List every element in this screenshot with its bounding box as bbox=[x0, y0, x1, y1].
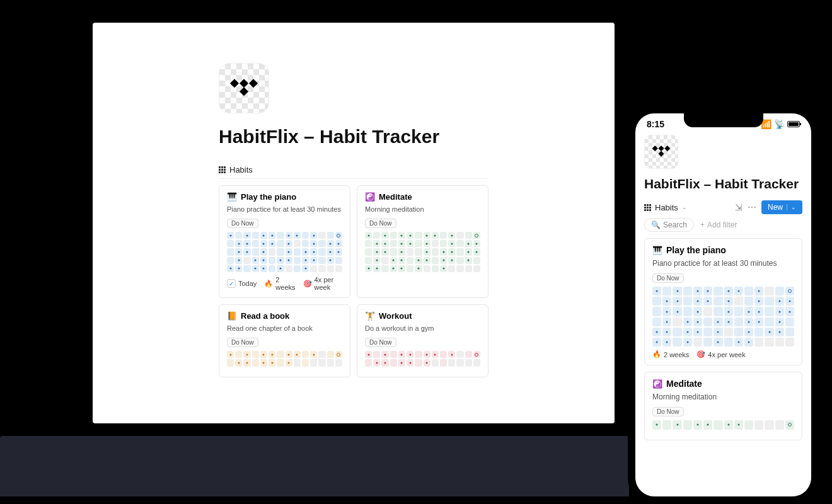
page-title: HabitFlix – Habit Tracker bbox=[219, 126, 488, 147]
habit-card-meditate[interactable]: ☯️MeditateMorning meditationDo Now bbox=[644, 372, 802, 440]
heatmap-cell bbox=[673, 287, 681, 295]
habit-icon: ☯️ bbox=[652, 379, 662, 389]
heatmap-cell bbox=[683, 318, 692, 326]
heatmap-cell bbox=[432, 232, 439, 239]
search-icon: 🔍 bbox=[651, 220, 661, 229]
habit-tags: 🔥2 weeks🎯4x per week bbox=[652, 350, 794, 358]
heatmap-cell bbox=[662, 318, 671, 326]
heatmap-cell bbox=[415, 240, 422, 247]
app-logo bbox=[219, 63, 269, 113]
heatmap-cell bbox=[252, 265, 259, 272]
expand-icon[interactable]: ⇲ bbox=[735, 202, 742, 212]
heatmap-cell bbox=[693, 287, 702, 295]
heatmap-cell bbox=[775, 328, 784, 336]
do-now-button[interactable]: Do Now bbox=[365, 219, 396, 228]
do-now-button[interactable]: Do Now bbox=[652, 407, 684, 416]
heatmap-cell bbox=[252, 248, 259, 255]
heatmap-cell bbox=[269, 359, 275, 366]
heatmap-cell bbox=[318, 248, 325, 255]
heatmap-cell bbox=[473, 359, 480, 366]
do-now-button[interactable]: Do Now bbox=[365, 338, 396, 347]
heatmap-cell bbox=[381, 359, 388, 366]
heatmap-cell bbox=[724, 420, 733, 429]
heatmap-cell bbox=[465, 257, 472, 264]
heatmap-cell bbox=[302, 359, 309, 366]
heatmap-cell bbox=[335, 248, 342, 255]
svg-rect-4 bbox=[652, 146, 658, 151]
chevron-down-icon[interactable]: ⌄ bbox=[787, 204, 796, 210]
habit-heatmap bbox=[652, 420, 794, 429]
heatmap-cell bbox=[775, 338, 784, 346]
heatmap-cell bbox=[754, 338, 763, 346]
heatmap-cell bbox=[754, 328, 763, 336]
heatmap-cell bbox=[277, 359, 284, 366]
heatmap-cell bbox=[703, 318, 712, 326]
heatmap-cell bbox=[381, 265, 388, 272]
heatmap-cell bbox=[260, 248, 267, 255]
do-now-button[interactable]: Do Now bbox=[652, 273, 684, 283]
heatmap-cell bbox=[398, 359, 405, 366]
plus-icon: + bbox=[700, 220, 705, 229]
add-filter-button[interactable]: + Add filter bbox=[700, 220, 737, 229]
view-tab-habits[interactable]: Habits ⌄ bbox=[644, 203, 687, 212]
chevron-down-icon: ⌄ bbox=[682, 204, 687, 210]
habit-card-workout[interactable]: 🏋️WorkoutDo a workout in a gymDo Now bbox=[357, 304, 488, 377]
heatmap-cell bbox=[744, 307, 753, 316]
habit-card-meditate[interactable]: ☯️MeditateMorning meditationDo Now bbox=[357, 185, 488, 298]
more-icon[interactable]: ⋯ bbox=[748, 202, 756, 212]
heatmap-cell bbox=[335, 265, 342, 272]
habit-title: ☯️Meditate bbox=[652, 379, 794, 389]
heatmap-cell bbox=[269, 265, 275, 272]
search-input[interactable]: 🔍 Search bbox=[644, 218, 694, 232]
heatmap-cell bbox=[235, 240, 242, 247]
heatmap-cell bbox=[415, 351, 422, 358]
heatmap-cell bbox=[373, 359, 380, 366]
heatmap-cell bbox=[407, 351, 413, 358]
heatmap-cell bbox=[294, 351, 301, 358]
svg-rect-7 bbox=[658, 151, 664, 156]
heatmap-cell bbox=[310, 248, 317, 255]
do-now-button[interactable]: Do Now bbox=[227, 338, 258, 347]
heatmap-cell bbox=[294, 257, 301, 264]
habit-heatmap bbox=[227, 351, 342, 366]
heatmap-cell bbox=[310, 240, 317, 247]
heatmap-cell bbox=[744, 297, 753, 306]
heatmap-cell bbox=[243, 232, 250, 239]
fire-icon: 🔥 bbox=[264, 280, 273, 288]
heatmap-cell bbox=[318, 257, 325, 264]
habit-card-piano[interactable]: 🎹Play the pianoPiano practice for at lea… bbox=[644, 238, 802, 365]
habit-title-label: Play the piano bbox=[666, 245, 726, 255]
checkbox-icon[interactable]: ✓ bbox=[227, 279, 236, 288]
heatmap-cell bbox=[252, 359, 259, 366]
heatmap-cell bbox=[662, 307, 671, 316]
heatmap-cell bbox=[318, 240, 325, 247]
heatmap-cell bbox=[473, 265, 480, 272]
habit-title-label: Read a book bbox=[241, 311, 289, 321]
heatmap-cell bbox=[734, 318, 743, 326]
laptop-screen: HabitFlix – Habit Tracker Habits 🎹Play t… bbox=[93, 23, 615, 423]
heatmap-cell bbox=[440, 248, 447, 255]
status-time: 8:15 bbox=[647, 119, 664, 129]
heatmap-cell bbox=[424, 351, 430, 358]
habit-card-piano[interactable]: 🎹Play the pianoPiano practice for at lea… bbox=[219, 185, 350, 298]
habit-heatmap bbox=[227, 232, 342, 272]
view-tab-habits[interactable]: Habits bbox=[219, 165, 488, 179]
heatmap-cell bbox=[407, 240, 413, 247]
heatmap-cell bbox=[407, 257, 413, 264]
do-now-button[interactable]: Do Now bbox=[227, 219, 258, 228]
heatmap-cell bbox=[390, 248, 397, 255]
heatmap-cell bbox=[448, 240, 455, 247]
heatmap-cell bbox=[775, 318, 784, 326]
svg-rect-1 bbox=[240, 79, 248, 88]
heatmap-cell bbox=[407, 232, 413, 239]
svg-rect-2 bbox=[249, 79, 258, 88]
habit-heatmap bbox=[365, 351, 480, 366]
heatmap-cell bbox=[277, 240, 284, 247]
heatmap-cell bbox=[724, 338, 733, 346]
heatmap-cell bbox=[448, 265, 455, 272]
heatmap-cell bbox=[365, 359, 372, 366]
habit-card-read[interactable]: 📙Read a bookRead one chapter of a bookDo… bbox=[219, 304, 350, 377]
heatmap-cell bbox=[456, 257, 463, 264]
new-button[interactable]: New ⌄ bbox=[761, 200, 802, 214]
heatmap-cell bbox=[456, 240, 463, 247]
